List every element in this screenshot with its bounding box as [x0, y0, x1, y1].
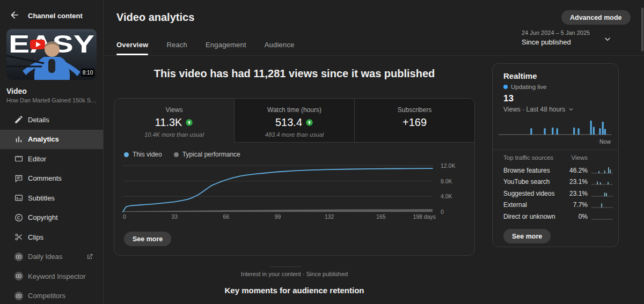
traffic-row-external: External7.7%	[503, 199, 614, 211]
metric-card-views[interactable]: Views11.3K10.4K more than usual	[114, 99, 234, 143]
traffic-views-value: 7.7%	[563, 201, 588, 209]
see-more-button[interactable]: See more	[124, 232, 171, 246]
metric-card-subscribers[interactable]: Subscribers+169	[354, 99, 474, 143]
main-content: This video has had 11,281 views since it…	[114, 0, 475, 304]
metric-label: Subscribers	[355, 106, 474, 114]
metric-label: Views	[114, 106, 234, 114]
chevron-down-icon[interactable]	[602, 34, 613, 45]
sidebar-item-label: Editor	[28, 155, 46, 163]
legend-item-this-video: This video	[124, 151, 162, 158]
sidebar-item-label: Comments	[28, 174, 62, 182]
traffic-row-suggested-videos: Suggested videos23.1%	[503, 188, 614, 199]
sidebar-item-comments[interactable]: Comments	[0, 169, 103, 189]
realtime-views-value: 13	[503, 93, 514, 104]
sidebar-item-editor[interactable]: Editor	[0, 149, 103, 169]
svg-text:8.0K: 8.0K	[441, 178, 452, 184]
sidebar-item-label: Analytics	[28, 135, 59, 143]
date-mode-selector[interactable]: Since published	[522, 38, 571, 46]
sidebar: Channel content EASY	[0, 0, 104, 304]
live-dot-icon	[503, 85, 508, 89]
svg-text:0: 0	[123, 213, 126, 220]
chart-legend: This videoTypical performance	[124, 151, 240, 158]
traffic-sources-header: Top traffic sources Views	[503, 154, 614, 161]
updating-live-row: Updating live	[503, 84, 546, 90]
svg-text:198 days: 198 days	[413, 213, 436, 220]
traffic-source-label: YouTube search	[503, 178, 563, 186]
traffic-views-value: 0%	[563, 213, 588, 220]
svg-text:66: 66	[223, 213, 229, 220]
traffic-row-direct-or-unknown: Direct or unknown0%	[503, 211, 614, 223]
traffic-sparkline	[591, 212, 614, 221]
traffic-source-label: External	[503, 201, 563, 209]
channel-content-label: Channel content	[28, 12, 83, 20]
svg-text:165: 165	[376, 213, 386, 220]
video-title-text: How Dan Martell Gained 150k Subs I...	[6, 97, 98, 103]
realtime-views-selector[interactable]: Views · Last 48 hours	[503, 106, 575, 113]
back-button[interactable]	[8, 9, 21, 23]
plugin-icon	[14, 271, 24, 281]
traffic-source-label: Browse features	[503, 167, 563, 174]
svg-text:99: 99	[275, 213, 281, 220]
views-line-chart: 0336699132165198 days12.0K8.0K4.0K0	[122, 158, 475, 227]
metric-card-watch-time-hours-[interactable]: Watch time (hours)513.4483.4 more than u…	[234, 99, 354, 143]
sidebar-item-analytics[interactable]: Analytics	[0, 130, 103, 150]
sidebar-item-label: Subtitles	[28, 194, 55, 202]
copyright-icon	[14, 213, 24, 223]
svg-text:33: 33	[171, 213, 178, 220]
youtube-play-icon	[30, 40, 45, 49]
updating-live-label: Updating live	[511, 84, 546, 90]
svg-text:8:10: 8:10	[83, 70, 93, 76]
svg-text:12.0K: 12.0K	[441, 162, 455, 169]
sidebar-item-clips[interactable]: Clips	[0, 227, 103, 247]
traffic-sparkline	[591, 189, 614, 198]
realtime-bar-chart	[499, 115, 612, 139]
sidebar-item-label: Copyright	[28, 213, 58, 221]
sidebar-item-keyword-inspector[interactable]: Keyword Inspector	[0, 266, 103, 286]
realtime-title: Realtime	[503, 71, 537, 80]
page-scrollbar[interactable]	[641, 8, 643, 51]
sidebar-item-copyright[interactable]: Copyright	[0, 208, 103, 228]
legend-dot-icon	[124, 152, 129, 157]
sidebar-item-competitors[interactable]: Competitors	[0, 286, 103, 304]
arrow-up-green-icon	[185, 118, 193, 127]
metric-value: 513.4	[275, 116, 302, 129]
metric-label: Watch time (hours)	[235, 106, 354, 114]
section-divider	[270, 266, 302, 267]
sidebar-item-label: Clips	[28, 233, 43, 241]
metric-note: 483.4 more than usual	[235, 131, 354, 138]
sidebar-item-subtitles[interactable]: Subtitles	[0, 188, 103, 208]
svg-text:4.0K: 4.0K	[441, 193, 452, 199]
plugin-icon	[14, 252, 24, 262]
metric-value: 11.3K	[155, 116, 182, 129]
editor-icon	[14, 154, 24, 164]
arrow-back-icon	[9, 10, 20, 23]
traffic-views-value: 23.1%	[563, 190, 588, 197]
traffic-sparkline	[591, 201, 614, 209]
external-link-icon	[86, 253, 93, 261]
interest-note: Interest in your content · Since publish…	[114, 271, 475, 277]
duration-badge: 8:10	[81, 69, 94, 77]
date-range-label: 24 Jun 2024 – 5 Jan 2025	[522, 29, 590, 36]
metric-strip: Views11.3K10.4K more than usualWatch tim…	[114, 99, 474, 143]
realtime-divider	[493, 150, 618, 150]
advanced-mode-button[interactable]: Advanced mode	[561, 10, 631, 25]
traffic-sparkline	[591, 177, 614, 186]
sidebar-item-daily-ideas[interactable]: Daily Ideas	[0, 247, 103, 267]
key-moments-title: Key moments for audience retention	[114, 286, 475, 295]
video-thumbnail[interactable]: EASY 8:10	[6, 29, 97, 80]
realtime-card: Realtime Updating live 13 Views · Last 4…	[492, 63, 619, 247]
plugin-icon	[14, 291, 24, 301]
video-section-title: Video	[6, 87, 27, 95]
traffic-views-value: 46.2%	[563, 167, 588, 174]
arrow-up-green-icon	[305, 118, 313, 127]
sidebar-item-details[interactable]: Details	[0, 110, 103, 130]
video-analytics-page: Channel content EASY	[0, 0, 644, 304]
realtime-see-more-button[interactable]: See more	[503, 229, 551, 243]
sidebar-menu: DetailsAnalyticsEditorCommentsSubtitlesC…	[0, 110, 103, 304]
traffic-row-youtube-search: YouTube search23.1%	[503, 176, 614, 188]
metric-value: +169	[402, 116, 427, 129]
now-label: Now	[599, 138, 611, 145]
traffic-views-value: 23.1%	[563, 178, 588, 186]
svg-text:0: 0	[441, 209, 444, 215]
comments-icon	[14, 174, 24, 183]
